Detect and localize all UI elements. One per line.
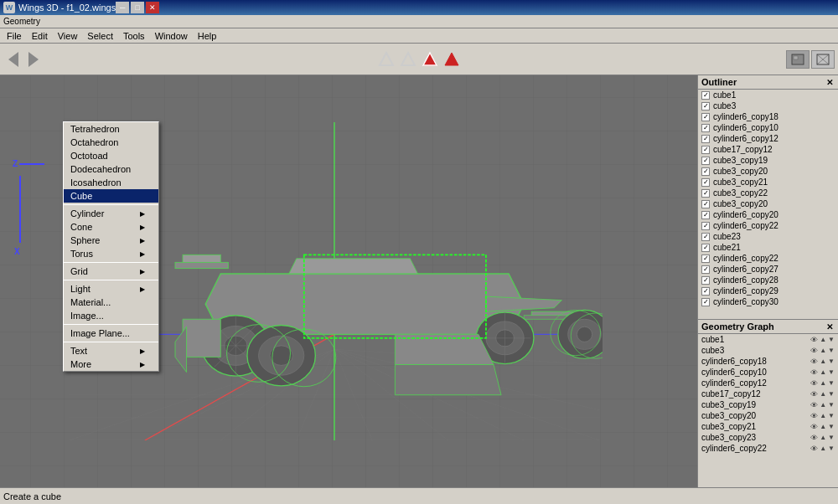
visibility-icon[interactable]: 👁 (810, 401, 818, 409)
list-item[interactable]: ✓cube21 (698, 242, 838, 253)
move-down-icon[interactable]: ▼ (828, 347, 835, 354)
move-up-icon[interactable]: ▲ (820, 423, 826, 430)
outliner-close-button[interactable]: ✕ (825, 78, 835, 87)
menu-help[interactable]: Help (193, 30, 222, 42)
list-item[interactable]: ✓cube3_copy22 (698, 188, 838, 198)
move-down-icon[interactable]: ▼ (828, 445, 835, 452)
outliner-check[interactable]: ✓ (701, 91, 710, 100)
menu-view[interactable]: View (53, 30, 83, 42)
move-up-icon[interactable]: ▲ (820, 368, 826, 376)
move-down-icon[interactable]: ▼ (828, 336, 835, 343)
visibility-icon[interactable]: 👁 (810, 368, 818, 377)
tri-vertex-icon[interactable] (377, 50, 396, 69)
outliner-check[interactable]: ✓ (701, 233, 710, 241)
move-down-icon[interactable]: ▼ (828, 434, 835, 441)
wire-view-button[interactable] (811, 50, 835, 69)
visibility-icon[interactable]: 👁 (810, 390, 818, 399)
outliner-check[interactable]: ✓ (701, 222, 710, 230)
minimize-button[interactable]: ─ (116, 2, 129, 13)
outliner-list[interactable]: ✓cube1 ✓cube3 ✓cylinder6_copy18 ✓cylinde… (698, 90, 838, 319)
list-item[interactable]: ✓cylinder6_copy10 (698, 122, 838, 133)
ctx-tetrahedron[interactable]: Tetrahedron (64, 122, 158, 136)
list-item[interactable]: ✓cylinder6_copy18 (698, 111, 838, 122)
list-item[interactable]: cylinder6_copy10 👁 ▲ ▼ (698, 367, 838, 378)
move-up-icon[interactable]: ▲ (820, 347, 826, 354)
outliner-check[interactable]: ✓ (701, 244, 710, 252)
outliner-check[interactable]: ✓ (701, 200, 710, 208)
list-item[interactable]: ✓cube3 (698, 100, 838, 111)
maximize-button[interactable]: □ (131, 2, 144, 13)
outliner-check[interactable]: ✓ (701, 276, 710, 285)
list-item[interactable]: ✓cylinder6_copy22 (698, 220, 838, 231)
outliner-check[interactable]: ✓ (701, 178, 710, 187)
move-down-icon[interactable]: ▼ (828, 368, 835, 376)
ctx-octahedron[interactable]: Octahedron (64, 136, 158, 149)
list-item[interactable]: cylinder6_copy22 👁 ▲ ▼ (698, 443, 838, 454)
viewport-3d[interactable]: Z X (0, 75, 697, 487)
outliner-check[interactable]: ✓ (701, 157, 710, 165)
visibility-icon[interactable]: 👁 (810, 357, 818, 366)
list-item[interactable]: cube3 👁 ▲ ▼ (698, 345, 838, 356)
outliner-check[interactable]: ✓ (701, 211, 710, 219)
outliner-check[interactable]: ✓ (701, 255, 710, 263)
outliner-check[interactable]: ✓ (701, 102, 710, 111)
list-item[interactable]: cube1 👁 ▲ ▼ (698, 334, 838, 345)
list-item[interactable]: ✓cylinder6_copy29 (698, 285, 838, 296)
visibility-icon[interactable]: 👁 (810, 434, 818, 442)
menu-select[interactable]: Select (82, 30, 118, 42)
move-down-icon[interactable]: ▼ (828, 412, 835, 419)
tri-body-icon[interactable] (442, 50, 461, 69)
visibility-icon[interactable]: 👁 (810, 336, 818, 344)
tri-face-icon[interactable] (421, 50, 439, 69)
move-down-icon[interactable]: ▼ (828, 423, 835, 430)
move-up-icon[interactable]: ▲ (820, 390, 826, 398)
menu-edit[interactable]: Edit (27, 30, 53, 42)
list-item[interactable]: ✓cube1 (698, 90, 838, 100)
list-item[interactable]: ✓cube23 (698, 231, 838, 242)
close-button[interactable]: ✕ (146, 2, 159, 13)
outliner-check[interactable]: ✓ (701, 287, 710, 296)
list-item[interactable]: ✓cube17_copy12 (698, 144, 838, 155)
ctx-material[interactable]: Material... (64, 296, 158, 309)
list-item[interactable]: cylinder6_copy12 👁 ▲ ▼ (698, 378, 838, 388)
ctx-octotoad[interactable]: Octotoad (64, 149, 158, 162)
move-up-icon[interactable]: ▲ (820, 357, 826, 365)
list-item[interactable]: ✓cylinder6_copy27 (698, 264, 838, 275)
ctx-sphere[interactable]: Sphere ▶ (64, 234, 158, 247)
ctx-icosahedron[interactable]: Icosahedron (64, 176, 158, 189)
menu-window[interactable]: Window (150, 30, 193, 42)
outliner-check[interactable]: ✓ (701, 135, 710, 143)
ctx-cube[interactable]: Cube (64, 189, 158, 203)
visibility-icon[interactable]: 👁 (810, 379, 818, 388)
move-up-icon[interactable]: ▲ (820, 445, 826, 452)
list-item[interactable]: ✓cylinder6_copy22 (698, 253, 838, 264)
list-item[interactable]: cylinder6_copy18 👁 ▲ ▼ (698, 356, 838, 367)
context-menu[interactable]: Tetrahedron Octahedron Octotoad Dodecahe… (63, 121, 159, 372)
outliner-check[interactable]: ✓ (701, 265, 710, 274)
list-item[interactable]: ✓cube3_copy21 (698, 177, 838, 188)
move-up-icon[interactable]: ▲ (820, 434, 826, 441)
nav-right-button[interactable] (24, 50, 43, 69)
list-item[interactable]: ✓cylinder6_copy30 (698, 296, 838, 307)
list-item[interactable]: cube17_copy12 👁 ▲ ▼ (698, 388, 838, 399)
ctx-text[interactable]: Text ▶ (64, 344, 158, 357)
outliner-check[interactable]: ✓ (701, 113, 710, 121)
visibility-icon[interactable]: 👁 (810, 347, 818, 355)
outliner-check[interactable]: ✓ (701, 298, 710, 306)
move-up-icon[interactable]: ▲ (820, 336, 826, 343)
solid-view-button[interactable] (786, 50, 810, 69)
visibility-icon[interactable]: 👁 (810, 445, 818, 453)
list-item[interactable]: cube3_copy21 👁 ▲ ▼ (698, 421, 838, 432)
move-down-icon[interactable]: ▼ (828, 401, 835, 409)
move-down-icon[interactable]: ▼ (828, 379, 835, 387)
ctx-image-plane[interactable]: Image Plane... (64, 327, 158, 340)
list-item[interactable]: ✓cube3_copy20 (698, 198, 838, 209)
list-item[interactable]: ✓cylinder6_copy12 (698, 133, 838, 144)
list-item[interactable]: ✓cylinder6_copy20 (698, 209, 838, 220)
outliner-check[interactable]: ✓ (701, 124, 710, 132)
ctx-light[interactable]: Light ▶ (64, 282, 158, 296)
ctx-dodecahedron[interactable]: Dodecahedron (64, 162, 158, 176)
geometry-graph-close-button[interactable]: ✕ (825, 322, 835, 332)
list-item[interactable]: cube3_copy23 👁 ▲ ▼ (698, 432, 838, 443)
move-down-icon[interactable]: ▼ (828, 357, 835, 365)
